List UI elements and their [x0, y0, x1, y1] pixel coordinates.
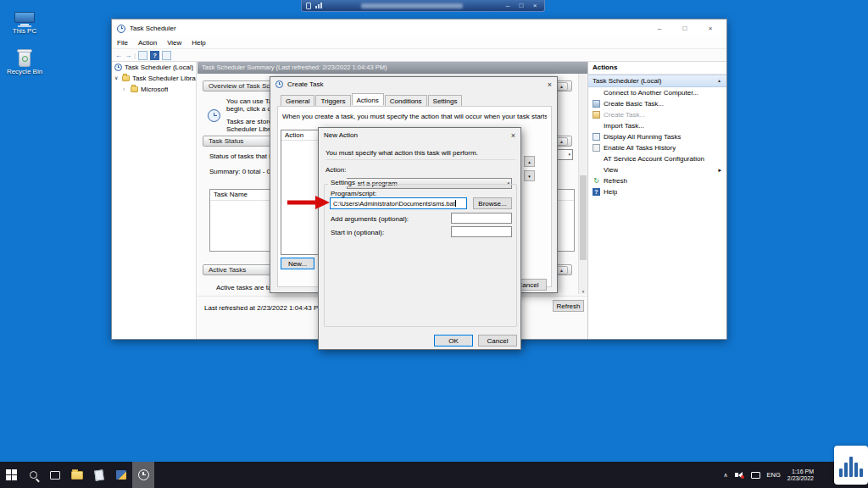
action-item-display-running[interactable]: Display All Running Tasks [588, 131, 726, 142]
tab-general[interactable]: General [281, 95, 314, 106]
chevron-down-icon: ▾ [568, 152, 570, 157]
show-console-tree-icon[interactable] [138, 51, 147, 60]
search-icon [30, 471, 37, 479]
refresh-button[interactable]: Refresh [553, 300, 584, 312]
browse-button[interactable]: Browse... [473, 197, 512, 209]
desktop-icon-recycle-bin[interactable]: Recycle Bin [5, 49, 44, 75]
summary-scrollbar[interactable]: ▾ [578, 74, 587, 294]
new-action-title: New Action [324, 131, 358, 139]
pin-icon[interactable] [306, 3, 311, 9]
network-icon[interactable] [751, 472, 760, 479]
task-scheduler-icon [138, 469, 149, 480]
task-view-button[interactable] [44, 462, 66, 488]
action-item-at-service-config[interactable]: AT Service Account Configuration [588, 153, 726, 164]
window-close-button[interactable]: × [698, 25, 723, 32]
task-scheduler-app-icon [117, 25, 125, 33]
search-button[interactable] [22, 462, 44, 488]
action-item-refresh[interactable]: ↻ Refresh [588, 175, 726, 186]
action-item-connect[interactable]: Connect to Another Computer... [588, 87, 726, 98]
action-item-label: Connect to Another Computer... [604, 87, 698, 98]
file-explorer-button[interactable] [66, 462, 88, 488]
actions-group-label: Task Scheduler (Local) [593, 77, 661, 85]
rdp-restore-button[interactable]: □ [515, 2, 528, 9]
menu-action[interactable]: Action [133, 39, 162, 47]
rdp-close-button[interactable]: × [528, 2, 542, 9]
back-icon[interactable]: ← [115, 52, 122, 59]
create-task-titlebar[interactable]: Create Task × [270, 77, 557, 92]
app-button[interactable] [110, 462, 132, 488]
action-item-create-basic-task[interactable]: Create Basic Task... [588, 98, 726, 109]
chevron-expanded-icon[interactable]: ∨ [114, 73, 120, 84]
tray-clock[interactable]: 1:16 PM 2/23/2022 [787, 469, 814, 482]
new-action-description: You must specify what action this task w… [326, 149, 515, 157]
tab-settings[interactable]: Settings [428, 95, 463, 106]
window-titlebar[interactable]: Task Scheduler – □ × [112, 19, 726, 37]
overview-clock-icon [208, 109, 220, 122]
notepad-button[interactable] [88, 462, 110, 488]
program-script-label: Program/script: [331, 190, 376, 197]
new-action-button[interactable]: New... [281, 258, 314, 269]
console-tree-pane: Task Scheduler (Local) ∨ Task Scheduler … [112, 62, 197, 339]
help-icon: ? [593, 188, 600, 196]
program-script-input[interactable]: C:\Users\Administrator\Documents\sms.bat [330, 197, 467, 209]
toolbar: ← → | ? [112, 49, 726, 62]
tab-triggers[interactable]: Triggers [315, 95, 350, 106]
window-minimize-button[interactable]: – [647, 25, 672, 32]
tray-chevron-up-icon[interactable]: ∧ [723, 472, 727, 479]
action-item-label: Help [604, 186, 617, 197]
menu-file[interactable]: File [112, 39, 133, 47]
tree-item-label: Task Scheduler Library [132, 73, 196, 84]
desktop-icon-this-pc[interactable]: This PC [5, 12, 44, 35]
submenu-arrow-icon: ▸ [718, 164, 721, 175]
action-item-label: View [604, 164, 618, 175]
move-action-up-button[interactable]: ▴ [524, 156, 535, 167]
task-scheduler-taskbar-button[interactable] [132, 462, 154, 488]
menu-view[interactable]: View [162, 39, 186, 47]
task-view-icon [50, 471, 60, 480]
chevron-collapsed-icon[interactable]: › [123, 84, 129, 95]
create-task-close-icon[interactable]: × [548, 80, 552, 89]
move-action-down-button[interactable]: ▾ [524, 170, 535, 181]
tree-item-microsoft[interactable]: › Microsoft [112, 84, 196, 95]
new-action-cancel-button[interactable]: Cancel [478, 335, 517, 347]
show-action-pane-icon[interactable] [162, 51, 171, 60]
new-action-close-icon[interactable]: × [511, 131, 515, 140]
divider [326, 159, 515, 160]
tab-actions[interactable]: Actions [352, 93, 384, 105]
tab-conditions[interactable]: Conditions [385, 95, 427, 106]
refresh-icon: ↻ [593, 177, 600, 185]
desktop-icon-label: This PC [5, 27, 44, 35]
menu-help[interactable]: Help [186, 39, 210, 47]
action-item-view[interactable]: View ▸ [588, 164, 726, 175]
scroll-down-icon[interactable]: ▾ [579, 289, 587, 294]
scrollbar-thumb[interactable] [580, 175, 587, 260]
notepad-icon [94, 469, 104, 480]
actions-group-header[interactable]: Task Scheduler (Local) ▲ [588, 75, 726, 87]
add-arguments-label: Add arguments (optional): [331, 215, 449, 223]
action-item-help[interactable]: ? Help [588, 186, 726, 197]
window-restore-button[interactable]: □ [672, 25, 698, 32]
create-basic-task-icon [593, 100, 600, 108]
menu-bar: File Action View Help [112, 37, 726, 49]
action-item-label: Enable All Tasks History [604, 142, 676, 153]
new-action-titlebar[interactable]: New Action × [319, 128, 520, 142]
start-button[interactable] [0, 462, 22, 488]
collapse-group-icon[interactable]: ▲ [717, 75, 721, 86]
forward-icon[interactable]: → [125, 52, 131, 59]
rdp-minimize-button[interactable]: – [501, 2, 515, 9]
volume-muted-icon[interactable] [735, 472, 744, 479]
clock-icon [114, 64, 122, 71]
tray-language[interactable]: ENG [767, 471, 781, 479]
action-item-enable-history[interactable]: Enable All Tasks History [588, 142, 726, 153]
tree-item-task-scheduler-local[interactable]: Task Scheduler (Local) [112, 62, 196, 73]
windows-logo-icon [6, 469, 17, 480]
help-icon[interactable]: ? [150, 51, 159, 60]
action-item-label: Refresh [604, 175, 627, 186]
recycle-bin-icon [17, 49, 32, 68]
ok-button[interactable]: OK [434, 335, 473, 347]
action-item-import-task[interactable]: Import Task... [588, 120, 726, 131]
desktop: – □ × This PC Recycle Bin Task Scheduler… [0, 0, 868, 488]
tree-item-task-scheduler-library[interactable]: ∨ Task Scheduler Library [112, 73, 196, 84]
start-in-input[interactable] [451, 226, 512, 237]
add-arguments-input[interactable] [451, 213, 512, 224]
